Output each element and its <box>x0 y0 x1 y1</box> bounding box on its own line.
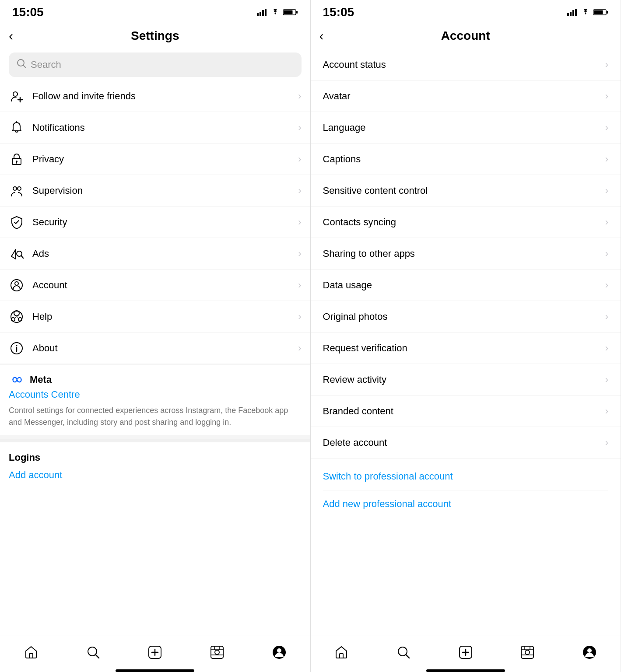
chevron-security: › <box>298 217 301 228</box>
account-item-review[interactable]: Review activity › <box>311 364 621 396</box>
svg-rect-2 <box>262 10 264 16</box>
account-item-status[interactable]: Account status › <box>311 49 621 80</box>
status-icons-left <box>257 9 298 16</box>
chevron-sensitive: › <box>605 185 608 196</box>
home-icon-right <box>334 645 349 660</box>
menu-item-about[interactable]: About › <box>0 332 310 364</box>
account-item-sharing[interactable]: Sharing to other apps › <box>311 238 621 270</box>
account-item-captions[interactable]: Captions › <box>311 144 621 175</box>
home-indicator-left <box>116 669 194 672</box>
bell-icon <box>9 120 25 136</box>
meta-logo-text: Meta <box>30 374 52 385</box>
time-right: 15:05 <box>323 5 354 19</box>
nav-create-left[interactable] <box>142 643 168 662</box>
chevron-sharing: › <box>605 248 608 259</box>
menu-item-security[interactable]: Security › <box>0 206 310 238</box>
menu-item-help[interactable]: Help › <box>0 301 310 332</box>
menu-label-privacy: Privacy <box>32 154 290 165</box>
account-item-label-status: Account status <box>323 59 605 70</box>
menu-label-ads: Ads <box>32 248 290 259</box>
chevron-notifications: › <box>298 122 301 133</box>
help-icon <box>9 309 25 325</box>
svg-rect-32 <box>29 654 33 658</box>
svg-line-28 <box>17 316 18 318</box>
account-item-sensitive[interactable]: Sensitive content control › <box>311 175 621 206</box>
menu-label-notifications: Notifications <box>32 122 290 133</box>
account-item-avatar[interactable]: Avatar › <box>311 80 621 112</box>
meta-infinity-icon <box>9 375 25 384</box>
svg-rect-38 <box>211 646 223 658</box>
svg-rect-52 <box>607 11 608 14</box>
chevron-data: › <box>605 280 608 291</box>
settings-title: Settings <box>131 29 179 43</box>
account-item-verification[interactable]: Request verification › <box>311 332 621 364</box>
menu-item-ads[interactable]: Ads › <box>0 238 310 270</box>
account-item-label-delete: Delete account <box>323 437 605 448</box>
ads-icon <box>9 246 25 262</box>
svg-line-55 <box>406 655 409 658</box>
nav-create-right[interactable] <box>453 643 478 662</box>
logins-section: Logins Add account <box>0 439 310 485</box>
account-item-label-contacts: Contacts syncing <box>323 217 605 228</box>
account-item-delete[interactable]: Delete account › <box>311 427 621 458</box>
info-icon <box>9 340 25 356</box>
status-icons-right <box>567 9 608 16</box>
divider-logins <box>0 435 310 439</box>
back-button-left[interactable]: ‹ <box>9 29 13 42</box>
search-bar[interactable]: Search <box>9 52 302 77</box>
nav-reels-left[interactable] <box>204 643 230 662</box>
account-item-contacts[interactable]: Contacts syncing › <box>311 206 621 238</box>
settings-header: ‹ Settings <box>0 23 310 49</box>
time-left: 15:05 <box>12 5 44 19</box>
chevron-contacts: › <box>605 217 608 228</box>
chevron-review: › <box>605 374 608 385</box>
nav-home-left[interactable] <box>18 643 44 662</box>
menu-item-notifications[interactable]: Notifications › <box>0 112 310 144</box>
svg-rect-0 <box>257 13 259 16</box>
reels-icon <box>210 645 225 660</box>
back-button-right[interactable]: ‹ <box>319 29 324 42</box>
bottom-nav-right <box>311 636 621 665</box>
accounts-centre-link[interactable]: Accounts Centre <box>9 389 302 400</box>
svg-marker-18 <box>11 249 16 259</box>
account-item-branded[interactable]: Branded content › <box>311 396 621 427</box>
chevron-delete: › <box>605 437 608 448</box>
nav-search-left[interactable] <box>81 643 106 662</box>
add-professional-link[interactable]: Add new professional account <box>323 490 609 518</box>
account-item-photos[interactable]: Original photos › <box>311 301 621 332</box>
profile-icon-right <box>582 645 597 660</box>
search-placeholder: Search <box>31 59 61 70</box>
account-item-language[interactable]: Language › <box>311 112 621 144</box>
svg-point-33 <box>88 647 97 656</box>
chevron-avatar: › <box>605 91 608 102</box>
menu-label-about: About <box>32 343 290 354</box>
follow-icon <box>9 88 25 104</box>
svg-rect-59 <box>521 646 533 658</box>
svg-line-34 <box>96 655 99 658</box>
svg-rect-5 <box>284 10 292 14</box>
account-item-data[interactable]: Data usage › <box>311 270 621 301</box>
menu-item-supervision[interactable]: Supervision › <box>0 175 310 206</box>
menu-label-help: Help <box>32 311 290 322</box>
add-account-link[interactable]: Add account <box>9 469 302 481</box>
reels-icon-right <box>520 645 535 660</box>
nav-profile-left[interactable] <box>267 643 292 662</box>
svg-rect-46 <box>567 13 569 16</box>
account-item-label-language: Language <box>323 122 605 133</box>
nav-profile-right[interactable] <box>577 643 602 662</box>
wifi-icon-right <box>580 9 591 16</box>
nav-reels-right[interactable] <box>515 643 540 662</box>
svg-point-9 <box>13 92 18 96</box>
nav-home-right[interactable] <box>329 643 354 662</box>
menu-item-follow[interactable]: Follow and invite friends › <box>0 80 310 112</box>
search-nav-icon <box>86 645 101 660</box>
chevron-verification: › <box>605 343 608 354</box>
menu-item-privacy[interactable]: Privacy › <box>0 144 310 175</box>
account-item-label-sensitive: Sensitive content control <box>323 185 605 196</box>
create-icon <box>147 645 162 660</box>
search-icon <box>17 59 26 71</box>
chevron-status: › <box>605 59 608 70</box>
nav-search-right[interactable] <box>391 643 416 662</box>
menu-item-account[interactable]: Account › <box>0 270 310 301</box>
switch-professional-link[interactable]: Switch to professional account <box>323 463 609 490</box>
